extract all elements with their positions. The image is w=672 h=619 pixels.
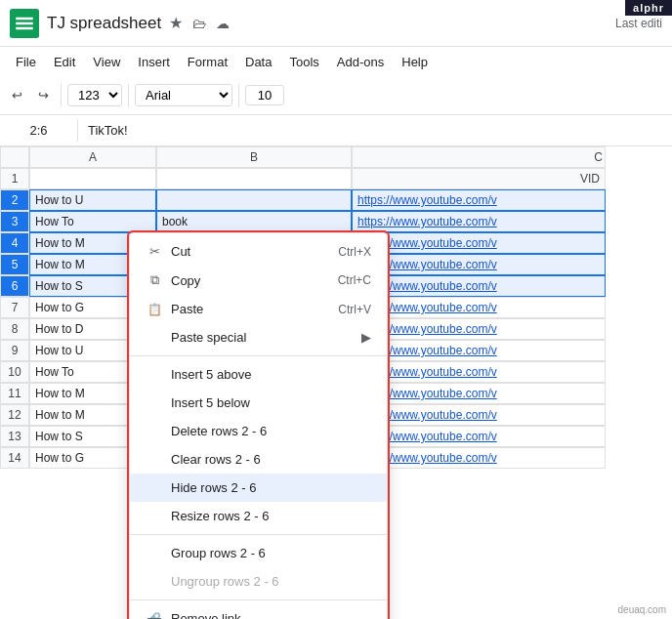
last-edit-label: Last editi — [615, 17, 662, 30]
ctx-paste-special-label: Paste special — [171, 330, 246, 345]
cut-icon: ✂ — [146, 244, 163, 259]
menu-bar: File Edit View Insert Format Data Tools … — [0, 47, 672, 76]
menu-view[interactable]: View — [85, 52, 128, 72]
menu-tools[interactable]: Tools — [281, 52, 326, 72]
cell-14c[interactable]: https://www.youtube.com/v — [352, 447, 606, 469]
toolbar-separator-3 — [238, 84, 239, 107]
ctx-insert-below[interactable]: Insert 5 below — [130, 389, 387, 417]
cell-3a[interactable]: How To — [29, 211, 156, 232]
ctx-ungroup-rows-label: Ungroup rows 2 - 6 — [171, 574, 279, 589]
ctx-paste-shortcut: Ctrl+V — [338, 303, 371, 316]
ctx-cut-label: Cut — [171, 244, 190, 259]
ctx-remove-link[interactable]: 🔗 Remove link — [130, 604, 387, 619]
row-header-14[interactable]: 14 — [0, 447, 29, 469]
folder-icon[interactable]: 🗁 — [192, 16, 206, 31]
cell-2b[interactable] — [156, 189, 352, 211]
ctx-paste[interactable]: 📋 Paste Ctrl+V — [130, 295, 387, 323]
row-header-8[interactable]: 8 — [0, 318, 29, 340]
formula-content: TikTok! — [78, 119, 672, 142]
ctx-insert-above-label: Insert 5 above — [171, 367, 251, 382]
row-header-2[interactable]: 2 — [0, 189, 29, 211]
cell-2c[interactable]: https://www.youtube.com/v — [352, 189, 606, 211]
app-container: alphr TJ spreadsheet ★ 🗁 ☁ Last editi Fi… — [0, 0, 672, 619]
context-menu: ✂ Cut Ctrl+X ⧉ Copy Ctrl+C 📋 Paste Ctrl+… — [129, 232, 388, 619]
cell-10c[interactable]: https://www.youtube.com/v — [352, 361, 606, 383]
row-header-12[interactable]: 12 — [0, 404, 29, 426]
row-header-9[interactable]: 9 — [0, 340, 29, 361]
cell-12c[interactable]: https://www.youtube.com/v — [352, 404, 606, 426]
watermark: deuaq.com — [618, 604, 666, 615]
ctx-group-rows[interactable]: Group rows 2 - 6 — [130, 539, 387, 567]
row-header-1[interactable]: 1 — [0, 168, 29, 189]
ctx-delete-rows[interactable]: Delete rows 2 - 6 — [130, 417, 387, 445]
ctx-hide-rows-label: Hide rows 2 - 6 — [171, 480, 256, 495]
copy-icon: ⧉ — [146, 272, 163, 288]
paste-icon: 📋 — [146, 303, 163, 316]
cell-2a[interactable]: How to U — [29, 189, 156, 211]
row-header-6[interactable]: 6 — [0, 275, 29, 297]
row-header-4[interactable]: 4 — [0, 232, 29, 254]
title-bar: TJ spreadsheet ★ 🗁 ☁ Last editi — [0, 0, 672, 47]
remove-link-icon: 🔗 — [146, 612, 163, 619]
cell-1c[interactable]: VID — [352, 168, 606, 189]
cell-9c[interactable]: https://www.youtube.com/v — [352, 340, 606, 361]
ctx-paste-label: Paste — [171, 302, 203, 316]
ctx-resize-rows-label: Resize rows 2 - 6 — [171, 509, 269, 523]
menu-addons[interactable]: Add-ons — [329, 52, 392, 72]
row-header-13[interactable]: 13 — [0, 426, 29, 447]
sheets-icon — [10, 9, 39, 38]
menu-file[interactable]: File — [8, 52, 44, 72]
cell-7c[interactable]: https://www.youtube.com/v — [352, 297, 606, 318]
cell-4c[interactable]: https://www.youtube.com/v — [352, 232, 606, 254]
cell-13c[interactable]: https://www.youtube.com/v — [352, 426, 606, 447]
ctx-copy[interactable]: ⧉ Copy Ctrl+C — [130, 266, 387, 295]
ctx-divider-3 — [130, 599, 387, 600]
col-header-a[interactable]: A — [29, 146, 156, 168]
col-header-b[interactable]: B — [156, 146, 352, 168]
font-select[interactable]: Arial — [135, 84, 232, 106]
menu-edit[interactable]: Edit — [46, 52, 83, 72]
star-icon[interactable]: ★ — [169, 14, 183, 32]
ctx-copy-shortcut: Ctrl+C — [338, 273, 371, 287]
cloud-icon[interactable]: ☁ — [216, 16, 230, 31]
col-header-c[interactable]: C — [352, 146, 606, 168]
row-header-10[interactable]: 10 — [0, 361, 29, 383]
ctx-group-rows-label: Group rows 2 - 6 — [171, 546, 266, 560]
row-header-5[interactable]: 5 — [0, 254, 29, 275]
format-select[interactable]: 123 — [67, 84, 122, 106]
cell-1a[interactable] — [29, 168, 156, 189]
cell-8c[interactable]: https://www.youtube.com/v — [352, 318, 606, 340]
ctx-remove-link-label: Remove link — [171, 611, 241, 619]
cell-1b[interactable] — [156, 168, 352, 189]
col-header-row-num — [0, 146, 29, 168]
ctx-hide-rows[interactable]: Hide rows 2 - 6 — [130, 474, 387, 502]
ctx-resize-rows[interactable]: Resize rows 2 - 6 — [130, 502, 387, 530]
row-header-11[interactable]: 11 — [0, 383, 29, 404]
row-header-3[interactable]: 3 — [0, 211, 29, 232]
font-size-input[interactable] — [245, 85, 284, 105]
ctx-ungroup-rows[interactable]: Ungroup rows 2 - 6 — [130, 567, 387, 596]
cell-11c[interactable]: https://www.youtube.com/v — [352, 383, 606, 404]
cell-6c[interactable]: https://www.youtube.com/v — [352, 275, 606, 297]
cell-3b[interactable]: book — [156, 211, 352, 232]
menu-help[interactable]: Help — [394, 52, 436, 72]
paste-special-arrow: ▶ — [361, 330, 371, 345]
row-header-7[interactable]: 7 — [0, 297, 29, 318]
ctx-insert-above[interactable]: Insert 5 above — [130, 360, 387, 389]
name-box[interactable]: 2:6 — [0, 119, 78, 142]
menu-insert[interactable]: Insert — [130, 52, 178, 72]
ctx-cut[interactable]: ✂ Cut Ctrl+X — [130, 237, 387, 266]
ctx-paste-special[interactable]: Paste special ▶ — [130, 323, 387, 351]
ctx-insert-below-label: Insert 5 below — [171, 395, 250, 410]
spreadsheet-title: TJ spreadsheet — [47, 14, 161, 33]
menu-format[interactable]: Format — [180, 52, 235, 72]
cell-5c[interactable]: https://www.youtube.com/v — [352, 254, 606, 275]
ctx-clear-rows[interactable]: Clear rows 2 - 6 — [130, 445, 387, 474]
menu-data[interactable]: Data — [237, 52, 279, 72]
cell-3c[interactable]: https://www.youtube.com/v — [352, 211, 606, 232]
undo-button[interactable]: ↩ — [6, 84, 28, 106]
ctx-cut-shortcut: Ctrl+X — [338, 245, 371, 259]
redo-button[interactable]: ↪ — [32, 84, 55, 106]
title-action-icons: ★ 🗁 ☁ — [169, 14, 230, 32]
ctx-delete-rows-label: Delete rows 2 - 6 — [171, 424, 267, 438]
